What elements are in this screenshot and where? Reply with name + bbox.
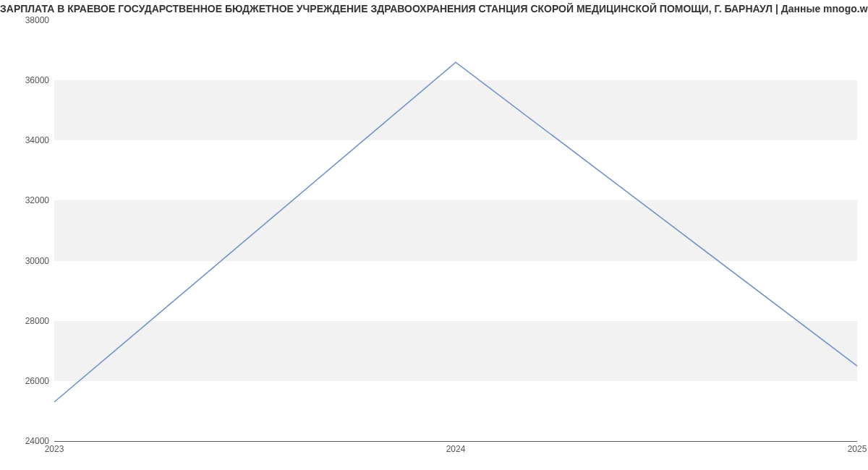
y-tick-label: 38000 [6, 15, 49, 25]
y-tick-label: 24000 [6, 436, 49, 446]
line-series [54, 20, 857, 441]
x-tick-label: 2024 [446, 444, 466, 454]
x-tick-label: 2023 [45, 444, 64, 454]
y-tick-label: 36000 [6, 75, 49, 85]
x-tick-label: 2025 [848, 444, 867, 454]
y-tick-label: 34000 [6, 135, 49, 145]
y-tick-label: 26000 [6, 376, 49, 386]
y-tick-label: 32000 [6, 195, 49, 205]
y-tick-label: 28000 [6, 316, 49, 326]
y-tick-label: 30000 [6, 256, 49, 266]
chart-title: ЗАРПЛАТА В КРАЕВОЕ ГОСУДАРСТВЕННОЕ БЮДЖЕ… [0, 3, 868, 14]
plot-area [54, 20, 857, 442]
data-line [54, 62, 857, 402]
chart-container: ЗАРПЛАТА В КРАЕВОЕ ГОСУДАРСТВЕННОЕ БЮДЖЕ… [0, 0, 868, 470]
